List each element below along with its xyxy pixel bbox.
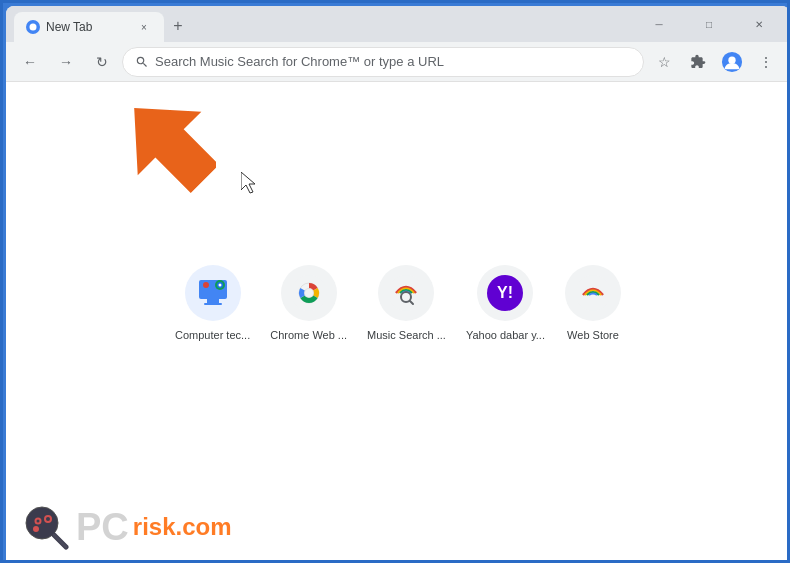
address-bar[interactable]: Search Music Search for Chrome™ or type … xyxy=(122,47,644,77)
svg-point-11 xyxy=(203,282,209,288)
computer-tech-svg xyxy=(194,274,232,312)
shortcut-label-yahoo: Yahoo dabar y... xyxy=(466,329,545,341)
active-tab[interactable]: New Tab × xyxy=(14,12,164,42)
chrome-web-icon xyxy=(281,265,337,321)
music-search-svg xyxy=(388,275,424,311)
maximize-button[interactable]: □ xyxy=(686,14,732,34)
svg-point-27 xyxy=(46,517,50,521)
pcrisk-text-logo: PC risk.com xyxy=(76,508,232,546)
tab-title: New Tab xyxy=(46,20,92,34)
profile-button[interactable] xyxy=(716,46,748,78)
svg-point-10 xyxy=(218,283,221,286)
svg-marker-4 xyxy=(116,92,216,202)
profile-icon xyxy=(721,51,743,73)
pcrisk-logo-icon xyxy=(22,503,70,551)
title-bar: New Tab × + ─ □ ✕ xyxy=(6,6,790,42)
cursor-icon xyxy=(241,172,261,194)
main-content: Computer tec... xyxy=(6,82,790,563)
yahoo-svg: Y! xyxy=(487,275,523,311)
browser-toolbar: ← → ↻ Search Music Search for Chrome™ or… xyxy=(6,42,790,82)
svg-point-3 xyxy=(728,56,735,63)
svg-text:Y!: Y! xyxy=(497,284,513,301)
close-button[interactable]: ✕ xyxy=(736,14,782,34)
tab-close-button[interactable]: × xyxy=(136,19,152,35)
shortcut-computer-tech[interactable]: Computer tec... xyxy=(175,265,250,341)
shortcut-web-store[interactable]: Web Store xyxy=(565,265,621,341)
address-bar-text: Search Music Search for Chrome™ or type … xyxy=(155,54,631,69)
arrow-svg xyxy=(116,92,216,202)
svg-line-29 xyxy=(54,535,66,547)
menu-button[interactable]: ⋮ xyxy=(750,46,782,78)
search-icon xyxy=(135,55,149,69)
svg-rect-6 xyxy=(207,299,219,303)
minimize-button[interactable]: ─ xyxy=(636,14,682,34)
shortcut-label-chrome-web: Chrome Web ... xyxy=(270,329,347,341)
mouse-cursor xyxy=(241,172,261,199)
svg-rect-7 xyxy=(204,303,222,305)
forward-button[interactable]: → xyxy=(50,46,82,78)
window-controls: ─ □ ✕ xyxy=(636,14,782,34)
music-search-icon xyxy=(378,265,434,321)
chrome-web-svg xyxy=(291,275,327,311)
computer-tech-icon xyxy=(185,265,241,321)
svg-point-25 xyxy=(33,526,39,532)
svg-point-15 xyxy=(305,289,313,297)
toolbar-icons: ☆ ⋮ xyxy=(648,46,782,78)
browser-window: New Tab × + ─ □ ✕ ← → ↻ Search Music Sea… xyxy=(6,6,790,563)
tab-favicon xyxy=(26,20,40,34)
extensions-icon xyxy=(690,54,706,70)
yahoo-icon: Y! xyxy=(477,265,533,321)
shortcuts-grid: Computer tec... xyxy=(175,265,621,341)
pcrisk-risk-text: risk.com xyxy=(133,513,232,541)
svg-point-26 xyxy=(37,520,40,523)
shortcut-yahoo[interactable]: Y! Yahoo dabar y... xyxy=(466,265,545,341)
web-store-svg xyxy=(575,275,611,311)
shortcut-music-search[interactable]: Music Search ... xyxy=(367,265,446,341)
shortcut-label-computer-tech: Computer tec... xyxy=(175,329,250,341)
pcrisk-pc-text: PC xyxy=(76,508,129,546)
extension-button[interactable] xyxy=(682,46,714,78)
reload-button[interactable]: ↻ xyxy=(86,46,118,78)
svg-point-1 xyxy=(30,24,37,31)
new-tab-button[interactable]: + xyxy=(164,12,192,40)
shortcut-label-web-store: Web Store xyxy=(567,329,619,341)
pcrisk-watermark: PC risk.com xyxy=(22,503,232,551)
shortcut-chrome-web[interactable]: Chrome Web ... xyxy=(270,265,347,341)
bookmark-button[interactable]: ☆ xyxy=(648,46,680,78)
web-store-icon xyxy=(565,265,621,321)
shortcut-label-music-search: Music Search ... xyxy=(367,329,446,341)
back-button[interactable]: ← xyxy=(14,46,46,78)
